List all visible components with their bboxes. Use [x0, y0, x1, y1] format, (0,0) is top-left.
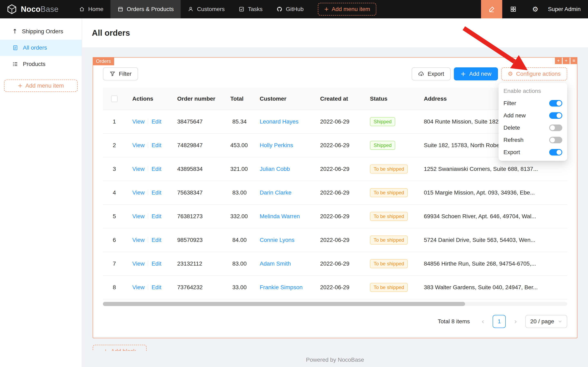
block-add-below-icon[interactable]: +: [563, 57, 570, 64]
customer-link[interactable]: Adam Smith: [260, 260, 291, 267]
nav-item-label: Customers: [197, 6, 225, 12]
view-link[interactable]: View: [132, 213, 144, 219]
dropdown-item-label: Filter: [504, 100, 516, 107]
navbar-add-menu-item-button[interactable]: + Add menu item: [318, 3, 376, 16]
block-add-above-icon[interactable]: +: [555, 57, 562, 64]
customer-link[interactable]: Holly Perkins: [260, 142, 293, 148]
edit-link[interactable]: Edit: [151, 166, 161, 172]
view-link[interactable]: View: [132, 118, 144, 125]
sidebar-add-menu-item-button[interactable]: + Add menu item: [4, 80, 78, 92]
view-link[interactable]: View: [132, 189, 144, 196]
column-header-created-at: Created at: [314, 88, 363, 110]
view-link[interactable]: View: [132, 237, 144, 243]
current-user-menu[interactable]: Super Admin: [546, 6, 588, 12]
block-collection-tag[interactable]: Orders: [93, 57, 114, 65]
select-all-checkbox[interactable]: [111, 96, 118, 102]
dropdown-item-refresh[interactable]: Refresh: [499, 134, 567, 146]
status-badge: To be shipped: [370, 259, 408, 268]
table-row: 5 ViewEdit 76381273 332.00 Melinda Warre…: [103, 205, 567, 228]
page-title: All orders: [92, 28, 130, 38]
dropdown-item-add-new[interactable]: Add new: [499, 109, 567, 122]
nav-item-customers[interactable]: Customers: [181, 0, 232, 18]
view-link[interactable]: View: [132, 142, 144, 148]
order-number-cell: 74829847: [171, 133, 224, 157]
settings-gear-button[interactable]: ⚙: [524, 0, 546, 18]
sidebar-item-shipping-orders[interactable]: ↑ Shipping Orders: [0, 23, 82, 40]
chevron-right-icon: ›: [514, 318, 517, 325]
view-link[interactable]: View: [132, 260, 144, 267]
add-block-button[interactable]: + Add block: [93, 345, 147, 351]
page-size-select[interactable]: 20 / page: [525, 315, 567, 328]
sidebar-item-all-orders[interactable]: All orders: [0, 40, 82, 56]
add-new-button[interactable]: + Add new: [454, 67, 498, 80]
nav-item-home[interactable]: Home: [72, 0, 110, 18]
dropdown-item-filter[interactable]: Filter: [499, 97, 567, 109]
edit-link[interactable]: Edit: [151, 260, 161, 267]
table-row: 2 ViewEdit 74829847 453.00 Holly Perkins…: [103, 133, 567, 157]
next-page-button[interactable]: ›: [509, 315, 522, 328]
plugins-grid-button[interactable]: [502, 0, 524, 18]
customer-link[interactable]: Connie Lyons: [260, 237, 294, 243]
created-at-cell: 2022-06-29: [314, 157, 363, 181]
sidebar-item-products[interactable]: Products: [0, 56, 82, 72]
customer-link[interactable]: Melinda Warren: [260, 213, 300, 219]
edit-link[interactable]: Edit: [151, 213, 161, 219]
view-link[interactable]: View: [132, 166, 144, 172]
nav-item-orders-products[interactable]: Orders & Products: [110, 0, 181, 18]
chevron-down-icon: [558, 319, 562, 324]
divider: [148, 190, 148, 195]
customer-link[interactable]: Darin Clarke: [260, 189, 292, 196]
total-cell: 321.00: [224, 157, 253, 181]
address-cell: 015 Margie Mission, Apt. 093, 34936, Ebe…: [417, 181, 567, 205]
export-toggle-switch[interactable]: [549, 149, 562, 156]
add-block-label: Add block: [111, 348, 136, 351]
view-link[interactable]: View: [132, 284, 144, 291]
page-number-button[interactable]: 1: [493, 315, 506, 328]
highlighter-icon: [488, 6, 495, 13]
filter-button[interactable]: Filter: [103, 67, 138, 80]
nocobase-logo[interactable]: NocoBase: [0, 0, 72, 18]
filter-toggle-switch[interactable]: [549, 100, 562, 107]
configure-actions-button[interactable]: ⚙ Configure actions: [501, 67, 567, 80]
add-menu-item-label: Add menu item: [25, 83, 64, 89]
switch-knob: [550, 125, 555, 130]
edit-link[interactable]: Edit: [151, 142, 161, 148]
status-badge: To be shipped: [370, 188, 408, 197]
edit-link[interactable]: Edit: [151, 118, 161, 125]
row-index: 4: [103, 181, 126, 205]
dropdown-item-delete[interactable]: Delete: [499, 122, 567, 134]
column-header-actions: Actions: [126, 88, 171, 110]
edit-link[interactable]: Edit: [151, 284, 161, 291]
refresh-toggle-switch[interactable]: [549, 137, 562, 143]
table-header-row: Actions Order number Total Customer Crea…: [103, 88, 567, 110]
status-badge: To be shipped: [370, 235, 408, 244]
nav-item-label: Orders & Products: [127, 6, 174, 12]
total-cell: 84.00: [224, 228, 253, 252]
gear-icon: ⚙: [508, 71, 513, 77]
nav-item-github[interactable]: GitHub: [269, 0, 311, 18]
delete-toggle-switch[interactable]: [549, 125, 562, 131]
switch-knob: [550, 138, 555, 142]
toolbar-right-group: Export + Add new ⚙ Configure actions: [412, 67, 567, 80]
add-new-toggle-switch[interactable]: [549, 112, 562, 119]
previous-page-button[interactable]: ‹: [476, 315, 489, 328]
block-menu-icon[interactable]: ≡: [571, 57, 577, 64]
customer-link[interactable]: Frankie Simpson: [260, 284, 302, 291]
edit-link[interactable]: Edit: [151, 189, 161, 196]
nav-item-tasks[interactable]: Tasks: [232, 0, 269, 18]
dropdown-item-export[interactable]: Export: [499, 146, 567, 158]
ui-editor-mode-button[interactable]: [481, 0, 502, 18]
plus-icon: +: [324, 6, 329, 12]
customer-link[interactable]: Julian Cobb: [260, 166, 290, 172]
edit-link[interactable]: Edit: [151, 237, 161, 243]
row-index: 8: [103, 275, 126, 299]
status-badge: Shipped: [370, 141, 395, 150]
horizontal-scrollbar-thumb[interactable]: [103, 302, 465, 306]
configure-actions-label: Configure actions: [516, 71, 561, 77]
brand-name: NocoBase: [21, 5, 59, 14]
table-row: 6 ViewEdit 98570923 84.00 Connie Lyons 2…: [103, 228, 567, 252]
table-wrapper: Actions Order number Total Customer Crea…: [103, 88, 567, 300]
export-button[interactable]: Export: [412, 67, 451, 80]
customer-link[interactable]: Leonard Hayes: [260, 118, 299, 125]
app-window: NocoBase Home Orders & Products Customer…: [0, 0, 588, 367]
